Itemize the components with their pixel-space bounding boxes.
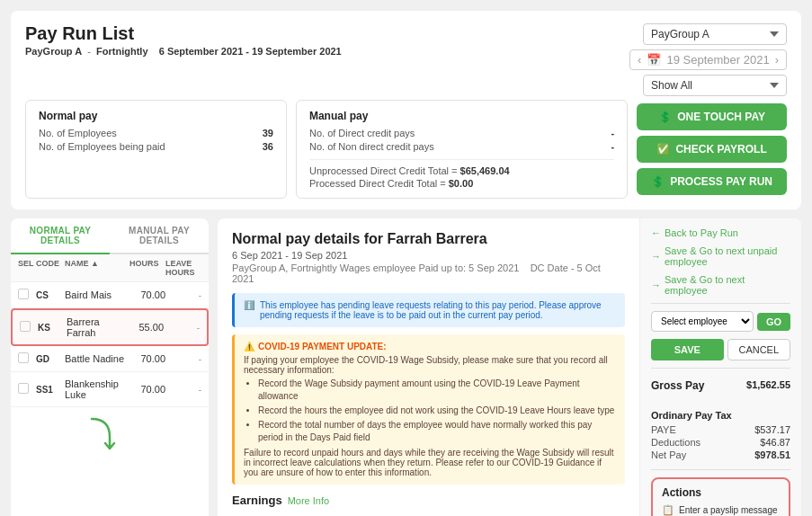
info-icon: ℹ️ [244, 300, 254, 310]
next-unpaid-link[interactable]: → Save & Go to next unpaid employee [651, 245, 790, 267]
col-rate: RATE [433, 512, 531, 516]
gross-title: Gross Pay [651, 379, 704, 392]
covid-item-3: Record the total number of days the empl… [258, 419, 616, 444]
employee-name: Barrera Farrah [67, 316, 128, 338]
sort-icon: ▲ [91, 259, 99, 268]
alert-covid-footer: Failure to record unpaid hours and days … [244, 448, 616, 477]
list-item[interactable]: CS Baird Mais 70.00 - [11, 282, 209, 308]
manual-direct-value: - [611, 128, 615, 138]
earnings-section: Earnings More Info NORMAL PAY HOURS RATE… [232, 494, 625, 516]
gross-section: Gross Pay $1,562.55 [651, 379, 790, 399]
tab-normal-pay[interactable]: NORMAL PAY DETAILS [11, 218, 110, 254]
normal-employees-row: No. of Employees 39 [39, 128, 273, 138]
employee-leave: - [165, 290, 201, 300]
normal-paid-row: No. of Employees being paid 36 [39, 141, 273, 152]
manual-direct-row: No. of Direct credit pays - [309, 128, 614, 138]
show-all-select[interactable]: Show All [643, 75, 787, 96]
employee-code: KS [38, 323, 67, 333]
checkbox[interactable] [18, 289, 29, 299]
checkbox[interactable] [18, 352, 29, 363]
calendar-icon: 📅 [647, 53, 661, 67]
green-arrow-icon [83, 414, 137, 459]
save-cancel-row: SAVE CANCEL [651, 339, 790, 360]
col-normal-pay: NORMAL PAY [232, 512, 366, 516]
gross-value: $1,562.55 [746, 379, 790, 397]
alert-covid-list: Record the Wage Subsidy payment amount u… [258, 378, 616, 444]
alert-covid-title: ⚠️ COVID-19 PAYMENT UPDATE: [244, 342, 616, 351]
employee-leave: - [165, 385, 201, 395]
employee-select-row: Select employee GO [651, 311, 790, 332]
manual-nondirect-value: - [611, 141, 615, 152]
page-title: Pay Run List [25, 23, 342, 44]
col-leave: LEAVE HOURS [165, 259, 201, 277]
bottom-section: NORMAL PAY DETAILS MANUAL PAY DETAILS SE… [11, 218, 801, 516]
deductions-row: Deductions $46.87 [651, 437, 790, 448]
covid-item-2: Record the hours the employee did not wo… [258, 405, 616, 417]
employee-name: Battle Nadine [65, 353, 129, 364]
subtitle-dates: 6 September 2021 - 19 September 2021 [159, 46, 342, 57]
normal-paid-label: No. of Employees being paid [39, 141, 165, 152]
checkbox[interactable] [20, 321, 31, 332]
ordinary-pay-tax-title: Ordinary Pay Tax [651, 410, 790, 421]
sidebar-divider-2 [651, 368, 790, 369]
gross-row: Gross Pay $1,562.55 [651, 379, 790, 397]
manual-pay-title: Manual pay [309, 110, 614, 122]
next-employee-link[interactable]: → Save & Go to next employee [651, 274, 790, 296]
actions-section: Actions 📋 Enter a payslip message 📋 Ente… [651, 477, 790, 516]
employee-name: Baird Mais [65, 289, 129, 300]
col-name: NAME ▲ [65, 259, 129, 277]
checkbox[interactable] [18, 383, 29, 394]
paygroup-select[interactable]: PayGroup A [643, 23, 787, 45]
back-to-pay-run-link[interactable]: ← Back to Pay Run [651, 227, 790, 238]
cancel-button[interactable]: CANCEL [727, 339, 791, 360]
next-date-btn[interactable]: › [775, 53, 779, 67]
normal-pay-title: Normal pay [39, 110, 273, 122]
employee-name: Blankenship Luke [65, 378, 129, 400]
normal-employees-value: 39 [263, 128, 273, 138]
go-button[interactable]: GO [757, 313, 790, 331]
list-item[interactable]: GD Battle Nadine 70.00 - [11, 346, 209, 372]
prev-date-btn[interactable]: ‹ [638, 53, 641, 67]
check-payroll-button[interactable]: ✅ CHECK PAYROLL [637, 136, 787, 163]
one-touch-pay-button[interactable]: 💲 ONE TOUCH PAY [637, 103, 787, 130]
employee-hours: 70.00 [129, 353, 165, 364]
sidebar-divider-1 [651, 303, 790, 304]
list-tabs: NORMAL PAY DETAILS MANUAL PAY DETAILS [11, 218, 209, 254]
col-hours: HOURS [129, 259, 165, 277]
net-pay-label: Net Pay [651, 449, 686, 460]
list-item[interactable]: SS1 Blankenship Luke 70.00 - [11, 372, 209, 407]
list-item-selected[interactable]: KS Barrera Farrah 55.00 - [11, 308, 209, 346]
employee-hours: 55.00 [128, 322, 164, 333]
employee-select[interactable]: Select employee [651, 311, 754, 332]
top-panel: Pay Run List PayGroup A - Fortnightly 6 … [11, 11, 801, 209]
paye-label: PAYE [651, 424, 676, 435]
unprocessed-value: $65,469.04 [460, 165, 510, 176]
action-payslip-message[interactable]: 📋 Enter a payslip message [662, 504, 780, 516]
employee-code: CS [36, 290, 65, 300]
manual-nondirect-label: No. of Non direct credit pays [309, 141, 434, 152]
warning-icon: ⚠️ [244, 342, 254, 351]
detail-sidebar: ← Back to Pay Run → Save & Go to next un… [639, 218, 801, 516]
earnings-more-link[interactable]: More Info [288, 495, 329, 506]
right-arrow-icon: → [651, 251, 661, 262]
employee-leave: - [164, 323, 200, 333]
col-code: CODE [36, 259, 65, 277]
check-icon: ✅ [656, 143, 670, 156]
manual-pay-summary: Manual pay No. of Direct credit pays - N… [296, 100, 628, 199]
processed-label: Processed Direct Credit Total = [309, 178, 446, 189]
unprocessed-row: Unprocessed Direct Credit Total = $65,46… [309, 165, 614, 176]
paye-value: $537.17 [754, 424, 790, 435]
earnings-table: NORMAL PAY HOURS RATE AMOUNT Wages 55 $ … [232, 512, 625, 516]
col-hours: HOURS [366, 512, 434, 516]
save-button[interactable]: SAVE [651, 339, 724, 360]
tab-manual-pay[interactable]: MANUAL PAY DETAILS [110, 218, 209, 253]
subtitle-group: PayGroup A [25, 46, 82, 57]
employee-code: GD [36, 354, 65, 364]
date-value: 19 September 2021 [666, 53, 769, 67]
alert-covid: ⚠️ COVID-19 PAYMENT UPDATE: If paying yo… [232, 334, 625, 485]
employee-hours: 70.00 [129, 289, 165, 300]
date-nav: ‹ 📅 19 September 2021 › [629, 49, 787, 70]
employee-leave: - [165, 354, 201, 364]
process-pay-run-button[interactable]: 💲 PROCESS PAY RUN [637, 168, 787, 195]
process-icon: 💲 [651, 175, 665, 188]
